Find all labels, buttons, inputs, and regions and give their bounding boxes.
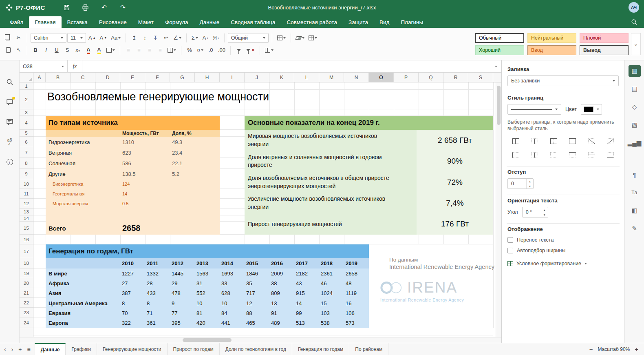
border-diagonal-up-button[interactable] <box>602 136 619 146</box>
cell-style-chip-2[interactable]: Нейтральный <box>527 33 576 43</box>
year-cell[interactable]: 2016 <box>269 260 294 266</box>
row-header-10[interactable]: 10 <box>20 179 33 189</box>
indicator-row[interactable]: Доля возобновляемых источников в общем п… <box>245 172 493 193</box>
insert-function-button[interactable]: fx <box>68 60 82 72</box>
region-cell[interactable]: Европа <box>46 320 120 326</box>
indicator-label[interactable]: Прирост генерирующих мощностей <box>245 214 417 235</box>
value-cell[interactable]: 2361 <box>319 271 344 277</box>
column-header-K[interactable]: K <box>269 73 294 82</box>
menu-tab-6[interactable]: Формула <box>159 16 194 28</box>
key-indicators-table[interactable]: Основные показатели на конец 2019 г.Миро… <box>245 116 493 235</box>
stepper-up[interactable]: ▲ <box>541 207 548 212</box>
menu-tab-11[interactable]: Вид <box>374 16 395 28</box>
share-cell[interactable]: 5.2 <box>170 171 220 177</box>
source-name-cell[interactable]: Гидроэнергетика <box>46 139 120 145</box>
border-line-style-select[interactable] <box>507 104 561 115</box>
region-cell[interactable]: Центральная Америка <box>46 300 120 306</box>
sheet-tab-2[interactable]: Графики <box>66 343 97 355</box>
value-cell[interactable]: 35 <box>245 280 269 286</box>
indicator-value[interactable]: 2 658 ГВт <box>417 130 493 151</box>
table-row[interactable]: Солнечная58622.1 <box>46 158 220 169</box>
column-header-A[interactable]: A <box>33 73 46 82</box>
table-row[interactable]: Биоэнергетика124 <box>46 179 220 189</box>
year-cell[interactable]: 2010 <box>120 260 145 266</box>
add-sheet-button[interactable]: + <box>18 346 22 353</box>
share-cell[interactable]: 23.4 <box>170 150 220 156</box>
indicator-value[interactable]: 7,4% <box>417 193 493 213</box>
source-type-table[interactable]: По типам источникаМощность, ГВтДоля, %Ги… <box>46 116 220 235</box>
sheet-tab-3[interactable]: Генерирующие мощности <box>97 343 167 355</box>
value-cell[interactable]: 16 <box>344 300 369 306</box>
autofit-checkbox[interactable] <box>507 248 513 253</box>
column-header-G[interactable]: G <box>170 73 195 82</box>
undo-button[interactable]: ↶ <box>100 3 109 12</box>
menu-tab-12[interactable]: Плагины <box>395 16 429 28</box>
sheet-tab-6[interactable]: Генерация по годам <box>292 343 349 355</box>
column-header-M[interactable]: M <box>319 73 344 82</box>
column-header-Q[interactable]: Q <box>419 73 443 82</box>
cells-area[interactable]: Возобновляемые генерирующие мощности По … <box>33 82 501 337</box>
column-header-F[interactable]: F <box>145 73 170 82</box>
value-cell[interactable]: 1846 <box>245 271 269 277</box>
bold-button[interactable]: B <box>31 45 40 55</box>
region-cell[interactable]: В мире <box>46 271 120 277</box>
row-header-15[interactable]: 15 <box>20 222 33 235</box>
clear-filter-button[interactable]: ✕ <box>245 45 256 55</box>
year-cell[interactable]: 2017 <box>294 260 319 266</box>
row-header-6[interactable]: 6 <box>20 137 33 147</box>
stepper-down[interactable]: ▼ <box>527 184 533 189</box>
row-header-13[interactable]: 13 <box>20 209 33 215</box>
value-cell[interactable]: 10 <box>195 300 220 306</box>
user-avatar[interactable]: АЧ <box>629 2 639 13</box>
column-header-H[interactable]: H <box>195 73 220 82</box>
value-cell[interactable]: 478 <box>170 290 195 296</box>
value-cell[interactable]: 2009 <box>269 271 294 277</box>
generation-by-year-table[interactable]: Генерация по годам, ГВт20102011201220132… <box>46 244 369 328</box>
indicator-value[interactable]: 72% <box>417 172 493 193</box>
value-cell[interactable]: 43 <box>294 280 319 286</box>
grid-row[interactable] <box>33 82 493 90</box>
row-header-4[interactable]: 4 <box>20 116 33 130</box>
border-inside-button[interactable] <box>527 136 543 146</box>
menu-tab-9[interactable]: Совместная работа <box>281 16 343 28</box>
menu-tab-1[interactable]: Файл <box>4 16 29 28</box>
styles-expand-button[interactable]: ⌄ <box>631 33 641 55</box>
value-cell[interactable]: 29 <box>170 280 195 286</box>
power-cell[interactable]: 586 <box>120 160 170 166</box>
value-cell[interactable]: 15 <box>319 300 344 306</box>
table-row[interactable]: Геотермальная14 <box>46 189 220 199</box>
source-name-cell[interactable]: Ветряная <box>46 150 120 156</box>
row-header-2[interactable]: 2 <box>20 90 33 109</box>
table-settings-icon[interactable]: ▤ <box>629 83 641 95</box>
menu-tab-5[interactable]: Макет <box>132 16 159 28</box>
year-cell[interactable]: 2018 <box>319 260 344 266</box>
source-table-header[interactable]: По типам источника <box>46 116 220 130</box>
value-cell[interactable]: 12 <box>245 300 269 306</box>
justify-button[interactable]: ≡ <box>155 45 165 55</box>
year-cell[interactable]: 2019 <box>344 260 369 266</box>
align-middle-button[interactable]: ↨ <box>140 33 150 43</box>
menu-tab-4[interactable]: Рисование <box>93 16 132 28</box>
value-cell[interactable]: 2182 <box>294 271 319 277</box>
row-header-22[interactable]: 22 <box>20 298 33 308</box>
table-row[interactable]: Ветряная62323.4 <box>46 147 220 158</box>
value-cell[interactable]: 809 <box>269 290 294 296</box>
column-header-B[interactable]: B <box>46 73 71 82</box>
value-cell[interactable]: 1024 <box>319 290 344 296</box>
indicator-label[interactable]: Увеличение мощности возобновляемых источ… <box>245 193 417 213</box>
value-cell[interactable]: 70 <box>120 310 145 316</box>
stepper-down[interactable]: ▼ <box>541 212 548 217</box>
vertical-scrollbar[interactable] <box>496 82 501 337</box>
source-name-cell[interactable]: Солнечная <box>46 160 120 166</box>
font-name-select[interactable]: Calibri <box>31 33 66 43</box>
sheet-tab-1[interactable]: Данные <box>35 343 66 355</box>
shape-settings-icon[interactable]: ◇ <box>629 101 641 113</box>
table-row[interactable]: Гидроэнергетика131049.3 <box>46 137 220 147</box>
generation-row[interactable]: В мире1227133214451563169318462009218223… <box>46 268 369 278</box>
zoom-in-button[interactable]: + <box>635 346 638 353</box>
select-all-corner[interactable] <box>20 73 33 82</box>
zoom-out-button[interactable]: − <box>589 346 593 353</box>
border-diagonal-down-button[interactable] <box>583 136 600 146</box>
value-cell[interactable]: 99 <box>294 310 319 316</box>
table-row[interactable]: Морская энергия0.5 <box>46 199 220 209</box>
